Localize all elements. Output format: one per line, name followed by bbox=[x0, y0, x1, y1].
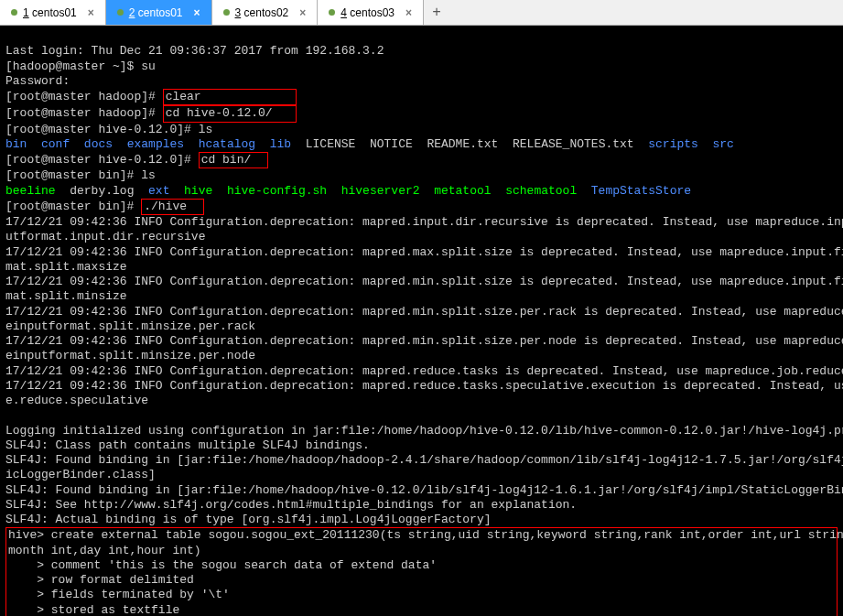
close-icon[interactable]: × bbox=[405, 6, 412, 19]
line-slf5: SLF4J: Actual binding is of type [org.sl… bbox=[5, 513, 492, 526]
line-sql1: hive> create external table sogou.sogou_… bbox=[8, 528, 843, 557]
tab-1[interactable]: 1 centos01 × bbox=[0, 0, 106, 25]
line-loginit: Logging initialized using configuration … bbox=[5, 424, 843, 438]
line-dep1: 17/12/21 09:42:36 INFO Configuration.dep… bbox=[5, 215, 843, 243]
tab-label: 1 centos01 bbox=[23, 6, 77, 19]
close-icon[interactable]: × bbox=[299, 6, 306, 19]
line-dep4: 17/12/21 09:42:36 INFO Configuration.dep… bbox=[5, 305, 843, 333]
tab-3[interactable]: 3 centos02 × bbox=[212, 0, 319, 25]
line-ls2-out: beeline derby.log ext hive hive-config.s… bbox=[5, 184, 691, 198]
tab-label: 3 centos02 bbox=[235, 6, 289, 19]
status-dot-icon bbox=[329, 9, 335, 16]
status-dot-icon bbox=[117, 9, 124, 16]
hive-sql-block: hive> create external table sogou.sogou_… bbox=[5, 527, 838, 616]
line-clear: [root@master hadoop]# clear bbox=[5, 90, 297, 103]
line-su: [hadoop@master ~]$ su bbox=[5, 59, 156, 73]
line-dep6: 17/12/21 09:42:36 INFO Configuration.dep… bbox=[5, 364, 843, 378]
line-dep7: 17/12/21 09:42:36 INFO Configuration.dep… bbox=[5, 379, 843, 407]
line-slf3: SLF4J: Found binding in [jar:file:/home/… bbox=[5, 483, 843, 497]
line-sql2: > comment 'this is the sogou search data… bbox=[8, 558, 437, 572]
line-ls1: [root@master hive-0.12.0]# ls bbox=[5, 123, 212, 136]
line-cd-bin: [root@master hive-0.12.0]# cd bin/ bbox=[5, 153, 268, 167]
status-dot-icon bbox=[11, 9, 17, 16]
tab-label: 2 centos01 bbox=[129, 6, 183, 19]
tab-4[interactable]: 4 centos03 × bbox=[318, 0, 424, 25]
close-icon[interactable]: × bbox=[193, 6, 200, 19]
line-password: Password: bbox=[5, 74, 70, 88]
terminal-output[interactable]: Last login: Thu Dec 21 09:36:37 2017 fro… bbox=[0, 26, 843, 616]
line-ls2: [root@master bin]# ls bbox=[5, 168, 156, 182]
line-sql3: > row format delimited bbox=[8, 573, 194, 587]
line-runhive: [root@master bin]# ./hive bbox=[5, 200, 204, 213]
add-tab-button[interactable]: + bbox=[424, 0, 449, 25]
tab-2[interactable]: 2 centos01 × bbox=[106, 0, 212, 25]
line-dep3: 17/12/21 09:42:36 INFO Configuration.dep… bbox=[5, 275, 843, 303]
line-sql4: > fields terminated by '\t' bbox=[8, 588, 230, 601]
status-dot-icon bbox=[223, 9, 230, 16]
tab-label: 4 centos03 bbox=[340, 6, 394, 19]
line-cd-hive: [root@master hadoop]# cd hive-0.12.0/ bbox=[5, 106, 297, 120]
close-icon[interactable]: × bbox=[88, 6, 94, 19]
line-sql5: > stored as textfile bbox=[8, 603, 179, 617]
tabs-bar: 1 centos01 × 2 centos01 × 3 centos02 × 4… bbox=[0, 0, 843, 26]
line-slf2: SLF4J: Found binding in [jar:file:/home/… bbox=[5, 453, 843, 481]
line-last-login: Last login: Thu Dec 21 09:36:37 2017 fro… bbox=[5, 44, 384, 58]
line-ls1-out: bin conf docs examples hcatalog lib LICE… bbox=[5, 137, 734, 151]
line-slf4: SLF4J: See http://www.slf4j.org/codes.ht… bbox=[5, 498, 577, 512]
line-slf1: SLF4J: Class path contains multiple SLF4… bbox=[5, 438, 370, 452]
line-dep2: 17/12/21 09:42:36 INFO Configuration.dep… bbox=[5, 245, 843, 274]
line-dep5: 17/12/21 09:42:36 INFO Configuration.dep… bbox=[5, 334, 843, 362]
